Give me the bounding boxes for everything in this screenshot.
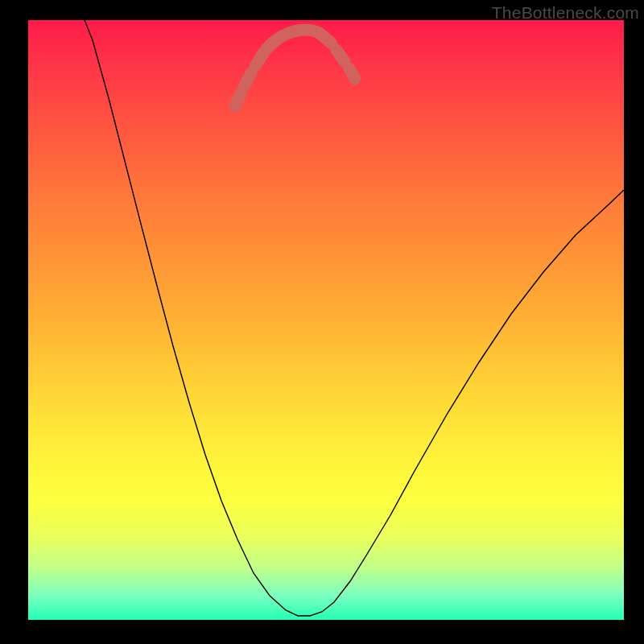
left-beads xyxy=(235,56,262,106)
bottleneck-curve xyxy=(85,20,624,616)
chart-plot-area xyxy=(28,20,624,620)
right-beads xyxy=(320,34,355,79)
watermark-text: TheBottleneck.com xyxy=(492,3,639,23)
chart-frame: TheBottleneck.com xyxy=(0,0,644,644)
chart-svg xyxy=(28,20,624,620)
trough-beads xyxy=(262,30,320,56)
